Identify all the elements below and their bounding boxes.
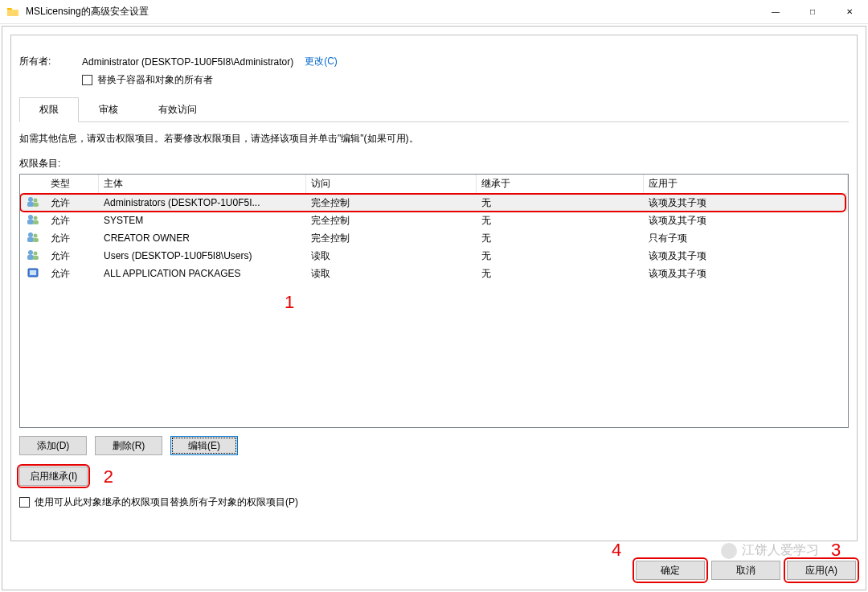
permission-listview[interactable]: 类型 主体 访问 继承于 应用于 允许 Administrators (DESK… — [19, 174, 849, 428]
table-row[interactable]: 允许 Users (DESKTOP-1U0F5I8\Users) 读取 无 该项… — [20, 247, 848, 265]
instructions-text: 如需其他信息，请双击权限项目。若要修改权限项目，请选择该项目并单击"编辑"(如果… — [19, 132, 849, 146]
add-button[interactable]: 添加(D) — [19, 436, 87, 455]
enable-inherit-button[interactable]: 启用继承(I) — [19, 467, 88, 486]
users-icon — [27, 195, 39, 208]
svg-rect-17 — [30, 270, 36, 275]
replace-children-label: 替换子容器和对象的所有者 — [97, 73, 213, 87]
table-row[interactable]: 允许 SYSTEM 完全控制 无 该项及其子项 — [20, 212, 848, 229]
wechat-icon — [721, 543, 737, 559]
table-row[interactable]: 允许 ALL APPLICATION PACKAGES 读取 无 该项及其子项 — [20, 265, 848, 282]
wechat-watermark: 江饼人爱学习 — [721, 542, 819, 559]
package-icon — [27, 266, 39, 279]
owner-row: 所有者: Administrator (DESKTOP-1U0F5I8\Admi… — [19, 55, 849, 68]
svg-rect-7 — [33, 220, 39, 224]
cell-principal: Users (DESKTOP-1U0F5I8\Users) — [99, 250, 306, 261]
users-icon — [27, 231, 39, 244]
dialog-body: 所有者: Administrator (DESKTOP-1U0F5I8\Admi… — [2, 26, 866, 590]
tab-auditing[interactable]: 审核 — [79, 97, 138, 122]
cell-type: 允许 — [46, 267, 99, 281]
svg-point-12 — [28, 250, 33, 255]
cell-applies: 该项及其子项 — [644, 267, 848, 281]
header-principal[interactable]: 主体 — [99, 175, 306, 193]
owner-label: 所有者: — [19, 55, 82, 68]
maximize-button[interactable]: □ — [794, 0, 831, 23]
svg-point-4 — [28, 215, 33, 220]
cell-principal: ALL APPLICATION PACKAGES — [99, 268, 306, 279]
table-row[interactable]: 允许 Administrators (DESKTOP-1U0F5I... 完全控… — [20, 194, 848, 212]
cell-inherited: 无 — [477, 249, 644, 263]
svg-rect-14 — [27, 255, 34, 260]
svg-point-13 — [34, 251, 38, 255]
row-icon — [20, 213, 46, 228]
cell-type: 允许 — [46, 196, 99, 210]
header-access[interactable]: 访问 — [306, 175, 477, 193]
remove-button[interactable]: 删除(R) — [95, 436, 162, 455]
svg-point-5 — [34, 216, 38, 220]
svg-rect-15 — [33, 256, 39, 260]
cell-inherited: 无 — [477, 232, 644, 245]
svg-point-8 — [28, 232, 33, 237]
svg-point-0 — [28, 197, 33, 202]
cell-applies: 该项及其子项 — [644, 196, 848, 210]
cancel-button[interactable]: 取消 — [711, 561, 780, 580]
minimize-button[interactable]: — — [757, 0, 794, 23]
svg-point-9 — [34, 233, 38, 237]
cell-access: 完全控制 — [306, 232, 477, 245]
row-icon — [20, 266, 46, 282]
close-button[interactable]: ✕ — [831, 0, 868, 23]
cell-principal: SYSTEM — [99, 215, 306, 226]
apply-button[interactable]: 应用(A) — [787, 561, 856, 580]
header-applies[interactable]: 应用于 — [644, 175, 848, 193]
replace-children-row: 替换子容器和对象的所有者 — [82, 73, 849, 87]
cell-type: 允许 — [46, 214, 99, 228]
row-icon — [20, 249, 46, 264]
users-icon — [27, 249, 39, 261]
window-titlebar: MSLicensing的高级安全设置 — □ ✕ — [0, 0, 868, 24]
header-icon — [20, 175, 46, 193]
cell-inherited: 无 — [477, 214, 644, 228]
replace-inherit-checkbox[interactable] — [19, 497, 30, 508]
annotation-3: 3 — [831, 540, 841, 561]
edit-button[interactable]: 编辑(E) — [170, 436, 238, 455]
cell-principal: Administrators (DESKTOP-1U0F5I... — [99, 197, 306, 208]
replace-inherit-row: 使用可从此对象继承的权限项目替换所有子对象的权限项目(P) — [19, 495, 849, 509]
ok-button[interactable]: 确定 — [636, 561, 705, 580]
table-row[interactable]: 允许 CREATOR OWNER 完全控制 无 只有子项 — [20, 229, 848, 247]
permission-entries-label: 权限条目: — [19, 157, 849, 171]
tab-effective-access[interactable]: 有效访问 — [138, 97, 217, 122]
cell-type: 允许 — [46, 232, 99, 245]
owner-value: Administrator (DESKTOP-1U0F5I8\Administr… — [82, 56, 293, 68]
folder-icon — [6, 6, 19, 18]
svg-rect-10 — [27, 237, 34, 242]
svg-rect-3 — [33, 203, 39, 207]
cell-inherited: 无 — [477, 267, 644, 281]
header-inherited[interactable]: 继承于 — [477, 175, 644, 193]
cell-type: 允许 — [46, 249, 99, 263]
cell-access: 完全控制 — [306, 196, 477, 210]
dialog-buttons: 确定 4 取消 应用(A) 3 — [636, 561, 856, 580]
window-controls: — □ ✕ — [757, 0, 868, 23]
row-icon — [20, 231, 46, 246]
annotation-4: 4 — [612, 540, 621, 561]
svg-rect-11 — [33, 238, 39, 242]
tab-permissions[interactable]: 权限 — [19, 97, 79, 122]
listview-header: 类型 主体 访问 继承于 应用于 — [20, 175, 848, 194]
cell-access: 读取 — [306, 249, 477, 263]
cell-applies: 该项及其子项 — [644, 249, 848, 263]
header-type[interactable]: 类型 — [46, 175, 99, 193]
cell-access: 读取 — [306, 267, 477, 281]
tab-strip: 权限 审核 有效访问 — [19, 97, 849, 122]
svg-rect-6 — [27, 220, 34, 224]
users-icon — [27, 213, 39, 226]
svg-rect-2 — [27, 202, 34, 207]
cell-applies: 只有子项 — [644, 232, 848, 245]
cell-inherited: 无 — [477, 196, 644, 210]
wechat-text: 江饼人爱学习 — [742, 542, 819, 559]
cell-access: 完全控制 — [306, 214, 477, 228]
replace-children-checkbox[interactable] — [82, 75, 92, 85]
entry-buttons: 添加(D) 删除(R) 编辑(E) — [19, 436, 849, 455]
change-owner-link[interactable]: 更改(C) — [305, 55, 338, 68]
window-title: MSLicensing的高级安全设置 — [26, 5, 757, 18]
row-icon — [20, 195, 46, 211]
svg-point-1 — [34, 198, 38, 202]
